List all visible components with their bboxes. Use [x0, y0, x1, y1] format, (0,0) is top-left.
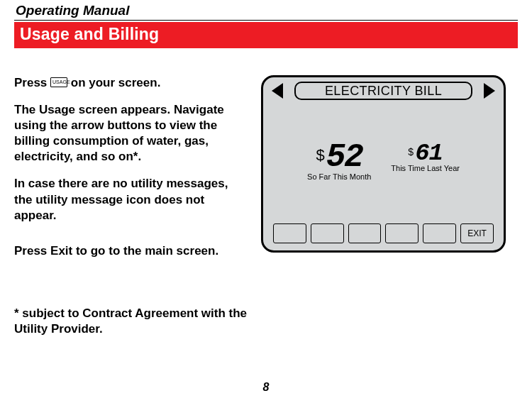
arrow-left-icon	[272, 83, 283, 99]
usage-icon: USAGE	[50, 77, 67, 87]
device-title-bar: ELECTRICITY BILL	[263, 77, 504, 104]
para-press-exit: Press Exit to go to the main screen.	[14, 243, 248, 259]
exit-word: Exit	[50, 244, 72, 258]
readout-current: $52 So Far This Month	[307, 141, 371, 181]
readout-current-value-row: $52	[307, 141, 371, 174]
softkey-3[interactable]	[348, 223, 382, 243]
previous-value: 61	[415, 141, 443, 165]
currency-symbol: $	[408, 146, 414, 157]
para-no-messages: In case there are no utility messages, t…	[14, 176, 248, 223]
page: Operating Manual Usage and Billing Press…	[0, 0, 532, 398]
current-caption: So Far This Month	[307, 172, 371, 181]
section-title: Usage and Billing	[20, 25, 159, 43]
nav-next-button[interactable]	[475, 77, 504, 104]
softkey-2[interactable]	[311, 223, 344, 243]
device-screen: ELECTRICITY BILL $52 So Far This Month $…	[261, 75, 506, 253]
softkey-4[interactable]	[385, 223, 419, 243]
footnote: * subject to Contract Agreement with the…	[14, 306, 277, 337]
softkey-5[interactable]	[423, 223, 456, 243]
text: to go to the main screen.	[72, 244, 218, 258]
text: on your screen.	[67, 76, 160, 89]
text: Press	[14, 244, 50, 258]
content: Press USAGE on your screen. The Usage sc…	[14, 75, 518, 270]
header: Operating Manual	[14, 0, 518, 20]
para-press-usage: Press USAGE on your screen.	[14, 75, 248, 91]
page-number: 8	[0, 381, 532, 394]
current-value: 52	[326, 141, 362, 174]
softkey-row: EXIT	[273, 223, 494, 243]
currency-symbol: $	[316, 146, 324, 164]
readout-previous: $61 This Time Last Year	[391, 141, 460, 181]
section-bar: Usage and Billing	[14, 22, 518, 48]
text: Press	[14, 76, 50, 89]
arrow-right-icon	[484, 83, 495, 99]
exit-button[interactable]: EXIT	[460, 223, 494, 243]
header-rule	[14, 20, 518, 21]
screen-title: ELECTRICITY BILL	[325, 84, 442, 99]
para-navigate: The Usage screen appears. Navigate using…	[14, 102, 248, 165]
nav-prev-button[interactable]	[263, 77, 292, 104]
instructions: Press USAGE on your screen. The Usage sc…	[14, 75, 248, 270]
softkey-label: EXIT	[467, 228, 487, 238]
screen-title-pill: ELECTRICITY BILL	[294, 82, 472, 100]
softkey-1[interactable]	[273, 223, 306, 243]
manual-title: Operating Manual	[16, 3, 129, 18]
previous-caption: This Time Last Year	[391, 164, 460, 172]
readouts: $52 So Far This Month $61 This Time Last…	[263, 141, 504, 181]
readout-previous-value-row: $61	[391, 141, 460, 165]
